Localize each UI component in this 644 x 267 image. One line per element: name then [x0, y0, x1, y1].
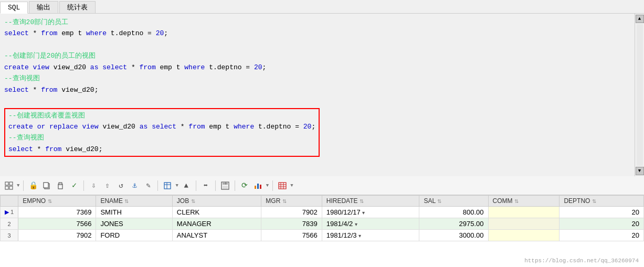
scroll-up-button[interactable]: ▲ — [636, 15, 644, 23]
svg-rect-7 — [59, 183, 62, 185]
cell-ename-2: JONES — [96, 218, 172, 230]
col-header-hiredate[interactable]: HIREDATE ⇅ — [322, 196, 419, 207]
connect-button[interactable]: ⟳ — [239, 180, 250, 191]
svg-rect-3 — [9, 186, 13, 189]
grid-icon — [5, 181, 13, 190]
cell-job-2: MANAGER — [172, 218, 261, 230]
table-row: 3 7902 FORD ANALYST 7566 1981/12/3 ▾ 300… — [1, 230, 644, 241]
paste-button[interactable] — [55, 180, 66, 191]
barchart-dropdown-arrow[interactable]: ▼ — [266, 183, 269, 188]
sep-7 — [272, 180, 273, 191]
svg-rect-18 — [279, 183, 286, 189]
barchart-button[interactable] — [252, 180, 264, 191]
sql-highlighted-block: --创建视图或者覆盖视图 create or replace view view… — [4, 108, 320, 157]
sep-3 — [157, 180, 158, 191]
save-button[interactable] — [219, 180, 231, 191]
sql-line-blank-1 — [4, 39, 630, 50]
pen-button[interactable]: ✎ — [142, 180, 154, 191]
col-header-comm[interactable]: COMM ⇅ — [488, 196, 559, 207]
sql-editor-content[interactable]: --查询20部门的员工 select * from emp t where t.… — [0, 14, 635, 176]
toolbar: ▼ 🔒 ✓ ⇩ ⇧ ↺ ⚓ ✎ — [0, 176, 644, 195]
col-header-indicator — [1, 196, 18, 207]
cell-mgr-1: 7902 — [261, 207, 322, 218]
check-button[interactable]: ✓ — [68, 180, 80, 191]
svg-rect-15 — [255, 186, 256, 189]
cell-hiredate-1: 1980/12/17 ▾ — [322, 207, 419, 218]
sql-line-code-2: create view view_d20 as select * from em… — [4, 62, 630, 73]
cell-empno-1: 7369 — [18, 207, 96, 218]
arrow-down-button[interactable]: ⇩ — [88, 180, 99, 191]
copy-button[interactable] — [41, 180, 52, 191]
col-header-empno[interactable]: EMPNO ⇅ — [18, 196, 96, 207]
sql-line-code-1: select * from emp t where t.deptno = 20; — [4, 28, 630, 39]
cell-empno-2: 7566 — [18, 218, 96, 230]
cell-hiredate-2: 1981/4/2 ▾ — [322, 218, 419, 230]
svg-rect-12 — [223, 182, 228, 185]
col-header-mgr[interactable]: MGR ⇅ — [261, 196, 322, 207]
cell-mgr-2: 7839 — [261, 218, 322, 230]
refresh-button[interactable]: ↺ — [115, 180, 126, 191]
cell-hiredate-3: 1981/12/3 ▾ — [322, 230, 419, 241]
save-icon — [221, 181, 229, 190]
cell-sal-3: 3000.00 — [419, 230, 488, 241]
editor-scrollbar: ▲ ▼ — [635, 14, 644, 176]
cell-deptno-2: 20 — [559, 218, 644, 230]
copy-icon — [43, 182, 50, 189]
search-button[interactable]: ⚓ — [129, 180, 140, 191]
table-button[interactable] — [162, 180, 173, 191]
table-row: 2 7566 JONES MANAGER 7839 1981/4/2 ▾ 297… — [1, 218, 644, 230]
svg-rect-8 — [164, 183, 171, 189]
grid2-button[interactable] — [277, 180, 288, 191]
arrow-up-button[interactable]: ⇧ — [101, 180, 113, 191]
cell-sal-1: 800.00 — [419, 207, 488, 218]
app-container: SQL 输出 统计表 --查询20部门的员工 select * from emp… — [0, 0, 644, 267]
scroll-down-button[interactable]: ▼ — [636, 167, 644, 175]
grid-button[interactable] — [3, 180, 15, 191]
cell-job-1: CLERK — [172, 207, 261, 218]
import-button[interactable]: ⬌ — [200, 180, 212, 191]
svg-rect-2 — [5, 186, 8, 189]
svg-rect-16 — [257, 184, 259, 189]
data-table-area: EMPNO ⇅ ENAME ⇅ JOB ⇅ MGR ⇅ HIREDATE ⇅ S… — [0, 195, 644, 267]
sep-2 — [83, 180, 84, 191]
table-icon — [164, 182, 171, 189]
sql-line-comment-2: --创建部门是20的员工的视图 — [4, 50, 630, 61]
cell-comm-3 — [488, 230, 559, 241]
sql-line-code-3: select * from view_d20; — [4, 84, 630, 95]
grid2-dropdown-arrow[interactable]: ▼ — [290, 183, 293, 188]
sep-5 — [215, 180, 216, 191]
table-row: ▶ 1 7369 SMITH CLERK 7902 1980/12/17 ▾ 8… — [1, 207, 644, 218]
data-table: EMPNO ⇅ ENAME ⇅ JOB ⇅ MGR ⇅ HIREDATE ⇅ S… — [0, 195, 644, 241]
sql-line-blank-2 — [4, 95, 630, 106]
table-dropdown-arrow[interactable]: ▼ — [175, 183, 178, 188]
table-up-button[interactable]: ▲ — [181, 180, 192, 191]
tab-output[interactable]: 输出 — [29, 1, 58, 13]
col-header-job[interactable]: JOB ⇅ — [172, 196, 261, 207]
cell-ename-1: SMITH — [96, 207, 172, 218]
sql-line-code-5: select * from view_d20; — [8, 144, 315, 155]
tab-sql[interactable]: SQL — [0, 2, 28, 14]
sql-line-comment-1: --查询20部门的员工 — [4, 17, 630, 28]
sql-line-comment-4: --创建视图或者覆盖视图 — [8, 110, 315, 121]
tab-stats[interactable]: 统计表 — [59, 1, 96, 13]
sep-6 — [235, 180, 235, 191]
cell-sal-2: 2975.00 — [419, 218, 488, 230]
col-header-ename[interactable]: ENAME ⇅ — [96, 196, 172, 207]
sep-1 — [23, 180, 24, 191]
svg-rect-13 — [223, 186, 228, 189]
col-header-sal[interactable]: SAL ⇅ — [419, 196, 488, 207]
svg-rect-0 — [5, 182, 8, 185]
cell-comm-1 — [488, 207, 559, 218]
row-indicator-2: 2 — [1, 218, 18, 230]
lock-button[interactable]: 🔒 — [27, 180, 39, 191]
sql-line-code-4: create or replace view view_d20 as selec… — [8, 121, 315, 132]
cell-deptno-1: 20 — [559, 207, 644, 218]
tab-bar: SQL 输出 统计表 — [0, 0, 644, 14]
cell-comm-2 — [488, 218, 559, 230]
sep-4 — [196, 180, 196, 191]
watermark: https://blog.csdn.net/qq_36260974 — [524, 258, 639, 264]
grid-dropdown-arrow[interactable]: ▼ — [17, 183, 19, 188]
table-header-row: EMPNO ⇅ ENAME ⇅ JOB ⇅ MGR ⇅ HIREDATE ⇅ S… — [1, 196, 644, 207]
col-header-deptno[interactable]: DEPTNO ⇅ — [559, 196, 644, 207]
cell-deptno-3: 20 — [559, 230, 644, 241]
